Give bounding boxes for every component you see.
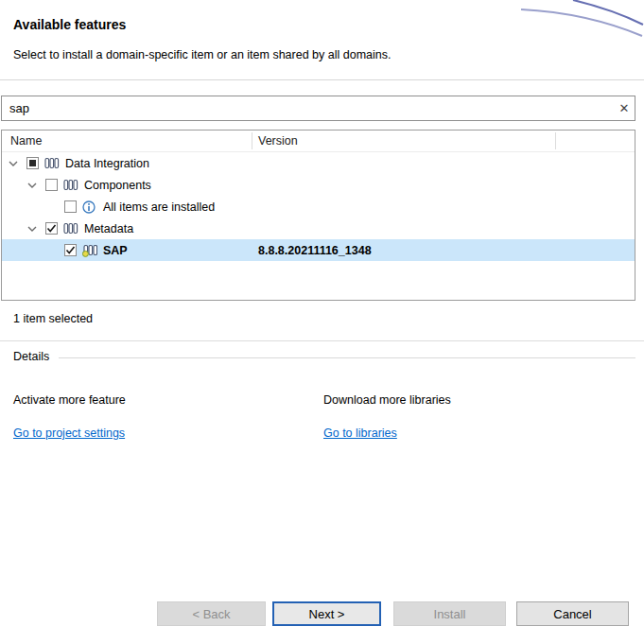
cancel-button[interactable]: Cancel [516,601,629,626]
column-header-version[interactable]: Version [258,134,298,148]
header-separator [0,79,644,80]
checkbox-unchecked[interactable] [64,200,77,213]
download-libraries-heading: Download more libraries [323,393,451,407]
details-top-separator [0,340,644,341]
tree-row-data-integration[interactable]: Data Integration [2,152,635,174]
tree-row-label: Components [84,179,151,192]
tree-row-metadata[interactable]: Metadata [2,218,635,239]
checkbox-unchecked[interactable] [45,179,58,191]
activate-feature-heading: Activate more feature [13,393,126,407]
go-to-project-settings-link[interactable]: Go to project settings [13,426,125,440]
info-icon [82,200,97,214]
page-subtitle: Select to install a domain-specific item… [13,48,392,61]
clear-search-icon[interactable]: ✕ [614,101,635,115]
details-group-line [59,357,635,358]
back-button: < Back [157,601,266,626]
grid-icon [44,157,60,170]
tree-row-label: Metadata [84,222,133,235]
available-features-dialog: Available features Select to install a d… [0,0,644,644]
grid-plus-icon [82,244,97,257]
chevron-down-icon[interactable] [26,226,38,232]
tree-row-all-items-installed[interactable]: All items are installed [2,196,635,218]
column-divider [555,132,556,149]
page-title: Available features [13,17,126,32]
tree-row-version: 8.8.8.20211116_1348 [258,244,372,257]
grid-icon [63,179,78,192]
checkbox-partial[interactable] [26,157,39,169]
search-field: ✕ [1,96,635,121]
corner-decoration [521,0,644,38]
tree-row-label: Data Integration [65,157,149,170]
status-text: 1 item selected [13,312,93,325]
details-group-label: Details [13,350,49,363]
checkbox-checked[interactable] [64,244,77,256]
column-divider [252,132,252,149]
tree-row-label: All items are installed [103,200,215,214]
features-table: Name Version Data Integration [1,130,635,301]
grid-icon [63,222,78,235]
go-to-libraries-link[interactable]: Go to libraries [323,426,397,440]
table-header: Name Version [2,131,635,152]
tree-row-sap[interactable]: SAP 8.8.8.20211116_1348 [2,239,635,261]
search-input[interactable] [2,101,614,115]
chevron-down-icon[interactable] [8,161,19,166]
install-button: Install [393,601,506,626]
checkbox-checked[interactable] [45,222,58,235]
next-button[interactable]: Next > [272,601,381,626]
column-header-name[interactable]: Name [10,134,42,148]
tree-row-components[interactable]: Components [2,174,635,196]
tree-row-label: SAP [103,244,128,257]
chevron-down-icon[interactable] [26,183,38,188]
